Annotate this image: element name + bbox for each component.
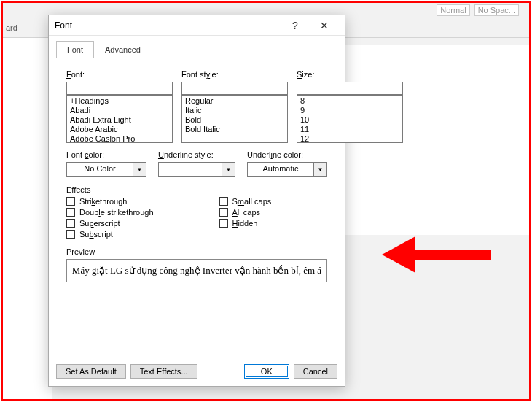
list-item[interactable]: Abadi: [67, 106, 172, 115]
font-color-combo[interactable]: No Color ▼: [66, 162, 146, 177]
size-input[interactable]: [297, 82, 403, 95]
font-dialog: Font ? ✕ Font Advanced FFont:ont: +Headi…: [48, 15, 345, 387]
list-item[interactable]: 8: [297, 96, 402, 106]
tab-advanced[interactable]: Advanced: [94, 41, 152, 58]
list-item[interactable]: Bold: [182, 115, 287, 125]
strikethrough-checkbox[interactable]: Strikethrough: [66, 197, 154, 206]
clipboard-panel-label: ard: [6, 23, 17, 32]
font-color-value: No Color: [66, 162, 133, 177]
font-input[interactable]: [66, 82, 173, 95]
size-label: Size:: [297, 70, 403, 79]
underline-style-value: [158, 162, 222, 177]
font-color-label: Font color:: [66, 150, 146, 159]
list-item[interactable]: 11: [297, 125, 402, 134]
font-style-input[interactable]: [181, 82, 288, 95]
style-normal[interactable]: Normal: [437, 4, 469, 16]
preview-group-label: Preview: [66, 247, 327, 256]
list-item[interactable]: 10: [297, 115, 402, 125]
list-item[interactable]: Bold Italic: [182, 125, 287, 134]
all-caps-checkbox[interactable]: All caps: [219, 208, 272, 217]
underline-style-label: Underline style:: [158, 150, 235, 159]
cancel-button[interactable]: Cancel: [294, 364, 337, 379]
ok-button[interactable]: OK: [244, 364, 289, 379]
underline-color-value: Automatic: [247, 162, 314, 177]
style-gallery: Normal No Spac...: [437, 4, 519, 16]
list-item[interactable]: 9: [297, 106, 402, 115]
underline-color-combo[interactable]: Automatic ▼: [247, 162, 327, 177]
list-item[interactable]: +Headings: [67, 96, 172, 106]
tabs: Font Advanced: [56, 40, 337, 58]
small-caps-checkbox[interactable]: Small caps: [219, 197, 272, 206]
dialog-title: Font: [55, 20, 281, 31]
underline-style-combo[interactable]: ▼: [158, 162, 235, 177]
list-item[interactable]: Regular: [182, 96, 287, 106]
superscript-checkbox[interactable]: Superscript: [66, 219, 154, 228]
hidden-checkbox[interactable]: Hidden: [219, 219, 272, 228]
list-item[interactable]: 12: [297, 134, 402, 143]
list-item[interactable]: Abadi Extra Light: [67, 115, 172, 125]
subscript-checkbox[interactable]: Subscript: [66, 230, 154, 239]
chevron-down-icon[interactable]: ▼: [314, 162, 327, 177]
set-default-button[interactable]: Set As Default: [56, 364, 126, 379]
titlebar[interactable]: Font ? ✕: [49, 15, 345, 36]
font-label: FFont:ont:: [66, 70, 173, 79]
font-listbox[interactable]: +Headings Abadi Abadi Extra Light Adobe …: [66, 95, 173, 143]
underline-color-label: Underline color:: [247, 150, 327, 159]
help-button[interactable]: ?: [281, 15, 310, 36]
list-item[interactable]: Adobe Caslon Pro: [67, 134, 172, 143]
font-style-listbox[interactable]: Regular Italic Bold Bold Italic: [181, 95, 288, 143]
preview-box: Máy giặt LG sử dụng công nghệ Inverter v…: [66, 259, 327, 282]
effects-group-label: Effects: [66, 185, 327, 194]
size-listbox[interactable]: 8 9 10 11 12: [297, 95, 403, 143]
chevron-down-icon[interactable]: ▼: [133, 162, 146, 177]
list-item[interactable]: Italic: [182, 106, 287, 115]
text-effects-button[interactable]: Text Effects...: [130, 364, 197, 379]
close-button[interactable]: ✕: [310, 15, 339, 36]
tab-font[interactable]: Font: [56, 41, 94, 58]
double-strikethrough-checkbox[interactable]: Double strikethrough: [66, 208, 154, 217]
style-nospacing[interactable]: No Spac...: [474, 4, 519, 16]
list-item[interactable]: Adobe Arabic: [67, 125, 172, 134]
chevron-down-icon[interactable]: ▼: [222, 162, 235, 177]
font-style-label: Font style:: [181, 70, 288, 79]
